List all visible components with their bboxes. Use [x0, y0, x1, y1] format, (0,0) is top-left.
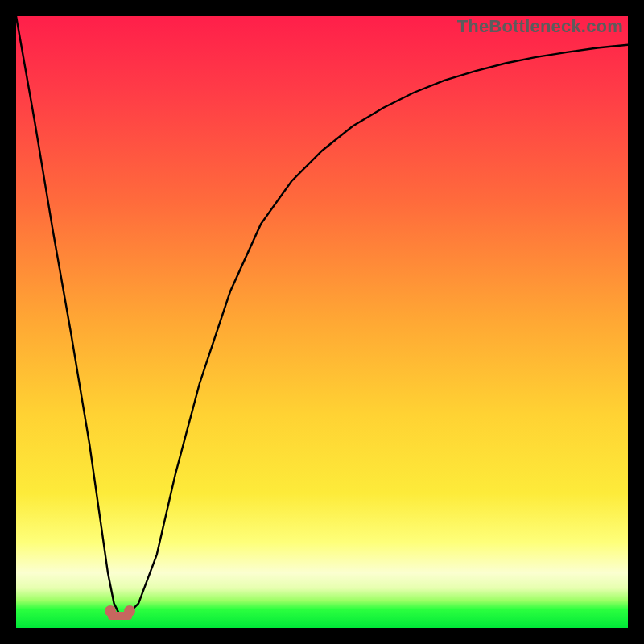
marker-bar	[108, 612, 132, 620]
chart-frame: TheBottleneck.com	[0, 0, 644, 644]
bottleneck-curve	[16, 16, 628, 628]
curve-path	[16, 16, 628, 616]
optimal-marker-icon	[105, 605, 135, 620]
plot-area: TheBottleneck.com	[16, 16, 628, 628]
